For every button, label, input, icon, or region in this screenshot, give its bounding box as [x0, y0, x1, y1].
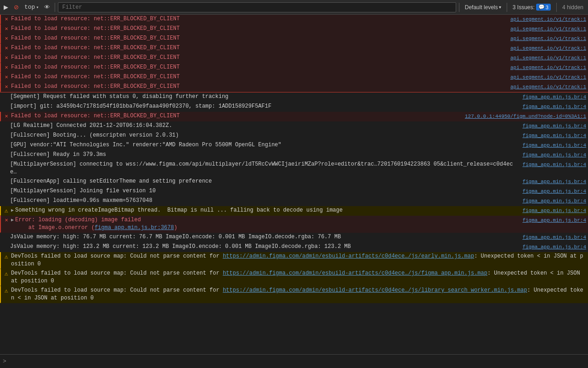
log-source[interactable]: api.segment.io/v1/track:1	[507, 25, 586, 33]
log-source[interactable]: api.segment.io/v1/track:1	[507, 63, 586, 72]
expand-arrow-icon[interactable]: ▶	[11, 207, 14, 214]
log-row: ✕Failed to load resource: net::ERR_BLOCK…	[0, 24, 588, 34]
prompt-chevron-right-icon: >	[3, 358, 6, 365]
error-icon: ✕	[5, 64, 8, 72]
log-source[interactable]: figma_app.min.js.br:4	[519, 161, 586, 169]
warn-icon: ⚠	[5, 270, 8, 278]
log-message: Failed to load resource: net::ERR_BLOCKE…	[11, 34, 507, 42]
log-row: ⚠DevTools failed to load source map: Cou…	[0, 269, 588, 286]
log-message: DevTools failed to load source map: Coul…	[11, 287, 586, 302]
hidden-count-label: 4 hidden	[562, 4, 583, 11]
log-row: [Fullscreen] Ready in 379.3msfigma_app.m…	[0, 150, 588, 160]
log-source[interactable]: api.segment.io/v1/track:1	[507, 44, 586, 52]
log-source[interactable]: api.segment.io/v1/track:1	[507, 34, 586, 43]
log-source[interactable]: figma_app.min.js.br:4	[519, 207, 586, 215]
log-source[interactable]: api.segment.io/v1/track:1	[507, 73, 586, 81]
eye-button[interactable]: 👁	[42, 3, 52, 12]
error-icon: ✕	[5, 74, 8, 81]
log-message: [MultiplayerSession] Joining file versio…	[10, 187, 519, 195]
log-source[interactable]: api.segment.io/v1/track:1	[507, 83, 586, 91]
log-row: [MultiplayerSession] connecting to wss:/…	[0, 160, 588, 177]
toolbar-divider-1	[55, 3, 55, 12]
log-row: [GPU] vendor:"ATI Technologies Inc." ren…	[0, 141, 588, 150]
context-selector[interactable]: top ▾	[23, 3, 40, 12]
hidden-count-button[interactable]: 4 hidden	[560, 3, 586, 12]
log-message: DevTools failed to load source map: Coul…	[11, 253, 586, 268]
log-row: ⚠DevTools failed to load source map: Cou…	[0, 252, 588, 269]
log-message: Failed to load resource: net::ERR_BLOCKE…	[11, 54, 507, 62]
log-row: [Segment] Request failed with status 0, …	[0, 92, 588, 102]
context-arrow-icon: ▾	[36, 5, 39, 10]
log-source[interactable]: figma_app.min.js.br:4	[519, 187, 586, 196]
issues-count: 3	[546, 5, 548, 10]
log-message: Failed to load resource: net::ERR_BLOCKE…	[11, 112, 461, 120]
issues-badge-button[interactable]: 3 Issues: 💬 3	[510, 3, 554, 12]
log-source[interactable]: figma_app.min.js.br:4	[519, 122, 586, 130]
toolbar-divider-2	[459, 3, 459, 12]
log-row: ⚠▶Something wrong in createImageBitmap t…	[0, 206, 588, 216]
log-source[interactable]: figma_app.min.js.br:4	[519, 132, 586, 140]
error-icon: ✕	[5, 25, 8, 33]
default-levels-button[interactable]: Default levels ▾	[462, 3, 504, 12]
error-icon: ✕	[5, 35, 8, 43]
warn-icon: ⚠	[5, 253, 8, 261]
log-message: Failed to load resource: net::ERR_BLOCKE…	[11, 83, 507, 91]
log-row: ✕▶Error: loading (decoding) image failed…	[0, 216, 588, 233]
eye-icon: 👁	[44, 4, 50, 11]
toolbar-divider-4	[556, 3, 557, 12]
log-message: [Segment] Request failed with status 0, …	[10, 93, 519, 101]
error-icon: ✕	[5, 83, 8, 91]
log-source[interactable]: figma_app.min.js.br:4	[519, 216, 586, 224]
log-message: [Fullscreen] Ready in 379.3ms	[10, 151, 519, 159]
devtools-toolbar: ▶ ⊘ top ▾ 👁 Default levels ▾ 3 Issues: 💬…	[0, 0, 588, 15]
log-row: ⚠DevTools failed to load source map: Cou…	[0, 286, 588, 303]
log-source[interactable]: figma_app.min.js.br:4	[519, 243, 586, 251]
issues-chat-icon: 💬	[538, 4, 545, 10]
log-source[interactable]: api.segment.io/v1/track:1	[507, 54, 586, 62]
log-message: Something wrong in createImageBitmap thr…	[15, 207, 519, 214]
log-message: Error: loading (decoding) image failed a…	[15, 216, 519, 232]
log-source[interactable]: figma_app.min.js.br:4	[519, 197, 586, 205]
log-source[interactable]: figma_app.min.js.br:4	[519, 233, 586, 242]
log-row: JsValue memory: high: 76.7 MB current: 7…	[0, 233, 588, 242]
issues-label: 3 Issues:	[513, 4, 535, 11]
log-message: Failed to load resource: net::ERR_BLOCKE…	[11, 15, 507, 23]
play-button[interactable]: ▶	[2, 3, 10, 12]
default-levels-label: Default levels	[465, 4, 498, 11]
expand-arrow-icon[interactable]: ▶	[11, 216, 14, 224]
log-message: Failed to load resource: net::ERR_BLOCKE…	[11, 25, 507, 33]
log-row: [import] git: a3459b4c71781d54f101bba76e…	[0, 102, 588, 112]
filter-input[interactable]	[58, 2, 456, 12]
log-source[interactable]: figma_app.min.js.br:4	[519, 103, 586, 111]
default-levels-arrow-icon: ▾	[499, 5, 501, 10]
log-message: JsValue memory: high: 123.2 MB current: …	[10, 243, 519, 251]
source-map-link[interactable]: https://admin.figma.com/admin/esbuild-ar…	[223, 253, 474, 259]
log-message: Failed to load resource: net::ERR_BLOCKE…	[11, 44, 507, 52]
source-map-link[interactable]: https://admin.figma.com/admin/esbuild-ar…	[223, 287, 527, 293]
source-map-link[interactable]: https://admin.figma.com/admin/esbuild-ar…	[223, 270, 487, 276]
error-icon: ✕	[5, 113, 8, 121]
stop-button[interactable]: ⊘	[12, 3, 21, 12]
log-source[interactable]: figma_app.min.js.br:4	[519, 141, 586, 150]
log-row: [MultiplayerSession] Joining file versio…	[0, 187, 588, 196]
log-row: ✕Failed to load resource: net::ERR_BLOCK…	[0, 63, 588, 73]
log-row: ✕Failed to load resource: net::ERR_BLOCK…	[0, 53, 588, 63]
error-icon: ✕	[5, 16, 8, 23]
log-message: [Fullscreen] loadtime=0.96s maxmem=57637…	[10, 197, 519, 205]
warn-icon: ⚠	[5, 207, 8, 215]
log-row: ✕Failed to load resource: net::ERR_BLOCK…	[0, 15, 588, 24]
console-input[interactable]	[9, 358, 585, 365]
log-message: [LG Realtime] Connected 2021-12-20T06:16…	[10, 122, 519, 130]
stop-icon: ⊘	[14, 4, 19, 11]
log-source[interactable]: 127.0.0.1:44950/figm…und?node-id=0%3A1:1	[461, 112, 586, 121]
log-row: ✕Failed to load resource: net::ERR_BLOCK…	[0, 44, 588, 53]
log-row: ✕Failed to load resource: net::ERR_BLOCK…	[0, 73, 588, 82]
error-icon: ✕	[5, 217, 8, 224]
log-source[interactable]: figma_app.min.js.br:4	[519, 151, 586, 159]
error-icon: ✕	[5, 54, 8, 62]
log-source[interactable]: figma_app.min.js.br:4	[519, 178, 586, 186]
log-source[interactable]: figma_app.min.js.br:4	[519, 93, 586, 101]
log-source-link[interactable]: figma_app.min.js.br:3678	[95, 224, 174, 231]
log-message: [import] git: a3459b4c71781d54f101bba76e…	[10, 103, 519, 110]
log-source[interactable]: api.segment.io/v1/track:1	[507, 15, 586, 23]
